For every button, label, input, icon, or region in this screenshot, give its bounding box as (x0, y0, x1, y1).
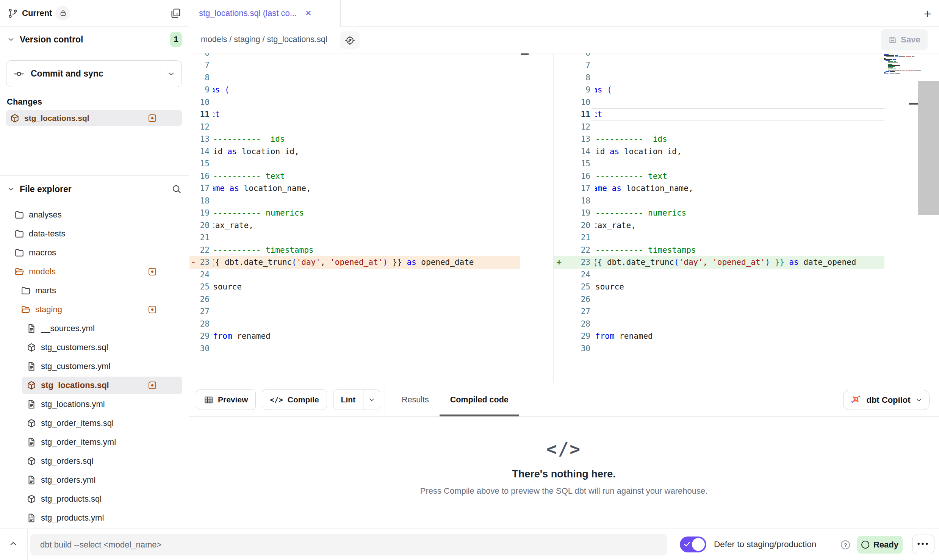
lint-dropdown[interactable] (363, 390, 380, 410)
changes-title: Changes (7, 97, 42, 107)
commit-options-dropdown[interactable] (161, 61, 182, 87)
line-number: 10 (189, 96, 210, 109)
tree-item-stg_locations.yml[interactable]: stg_locations.yml (0, 395, 189, 414)
line-number: 30 (189, 343, 210, 355)
version-control-section-header[interactable]: Version control 1 (0, 30, 189, 49)
breadcrumb[interactable]: models / staging / stg_locations.sql (201, 35, 327, 44)
code-line-20: 20tax_rate, (554, 219, 884, 232)
tab-stg-locations-sql[interactable]: stg_locations.sql (last co... ✕ (189, 0, 341, 27)
code-line-25: 25source (189, 281, 520, 293)
help-icon[interactable]: ? (841, 540, 850, 549)
branch-name: Current (22, 8, 52, 18)
tree-item-stg_customers.yml[interactable]: stg_customers.yml (0, 357, 189, 376)
line-number: 6 (189, 53, 210, 59)
scrollbar-thumb[interactable] (918, 81, 939, 215)
tree-item-label: stg_customers.yml (41, 361, 110, 371)
tree-item-marts[interactable]: marts (0, 281, 189, 300)
search-icon[interactable] (171, 184, 182, 194)
preview-button[interactable]: Preview (196, 389, 256, 410)
tree-item-analyses[interactable]: analyses (0, 205, 189, 224)
branch-selector[interactable]: Current (0, 0, 189, 27)
save-button[interactable]: Save (881, 29, 928, 50)
changed-file-row[interactable]: stg_locations.sql (6, 110, 182, 126)
code-line-7: 7 (554, 59, 884, 72)
tree-item-__sources.yml[interactable]: __sources.yml (0, 319, 189, 338)
new-tab-button[interactable]: + (919, 5, 936, 22)
tree-item-stg_orders.yml[interactable]: stg_orders.yml (0, 471, 189, 490)
status-ring-icon (861, 541, 869, 549)
code-line-17: 17ame as location_name, (189, 182, 520, 195)
defer-toggle[interactable] (680, 537, 706, 552)
code-line-21: 21 (189, 232, 520, 244)
breadcrumb-bar: models / staging / stg_locations.sql Sav… (189, 27, 939, 53)
vertical-scrollbar[interactable] (918, 53, 939, 383)
line-number: 10 (554, 96, 590, 109)
code-line-19: 19---------- numerics (554, 207, 884, 219)
line-number: 13 (554, 133, 590, 145)
tree-item-label: analyses (29, 210, 62, 220)
status-ready-pill[interactable]: Ready (857, 536, 903, 554)
changes-count-badge: 1 (170, 32, 182, 47)
command-input[interactable]: dbt build --select <model_name> (30, 534, 667, 555)
line-number: 21 (554, 232, 590, 244)
minimap[interactable] (884, 54, 909, 75)
line-number: 26 (554, 293, 590, 306)
chevron-up-icon[interactable] (8, 539, 18, 549)
tree-item-stg_orders.sql[interactable]: stg_orders.sql (0, 452, 189, 471)
tree-item-data-tests[interactable]: data-tests (0, 224, 189, 243)
lock-icon (56, 6, 70, 20)
tab-results[interactable]: Results (402, 383, 429, 416)
code-line-9: 9as ( (554, 84, 884, 96)
tree-item-models[interactable]: models (0, 262, 189, 281)
code-line-26: 26 (554, 293, 884, 306)
cube-icon (10, 113, 20, 123)
code-icon: </> (270, 396, 283, 404)
line-number: 28 (189, 318, 210, 330)
code-line-19: 19---------- numerics (189, 207, 520, 219)
line-number: 29 (554, 330, 590, 343)
overview-ruler-right (909, 53, 919, 383)
code-line-8: 8 (189, 72, 520, 84)
code-line-18: 18 (189, 195, 520, 207)
tree-item-stg_customers.sql[interactable]: stg_customers.sql (0, 338, 189, 357)
modified-badge (149, 382, 156, 389)
code-line-13: 13---------- ids (554, 133, 884, 145)
save-icon (888, 36, 897, 44)
tree-item-stg_order_items.yml[interactable]: stg_order_items.yml (0, 433, 189, 452)
lint-button[interactable]: Lint (333, 390, 363, 410)
copy-icon[interactable] (170, 8, 181, 19)
tree-item-macros[interactable]: macros (0, 243, 189, 262)
line-number: 16 (554, 170, 590, 183)
more-options-button[interactable]: ●●● (912, 535, 934, 554)
line-number: 9 (554, 84, 590, 96)
file-icon (27, 513, 36, 523)
tree-item-stg_order_items.sql[interactable]: stg_order_items.sql (0, 414, 189, 433)
line-number: 19 (554, 207, 590, 219)
navigate-button[interactable] (340, 31, 360, 49)
tab-compiled-code[interactable]: Compiled code (450, 383, 509, 416)
diff-pane-original[interactable]: 6789as (1011ct1213---------- ids14id as … (189, 53, 520, 383)
line-number: 27 (189, 305, 210, 318)
line-number: 11 (554, 108, 590, 121)
line-number: 12 (554, 121, 590, 133)
line-number: 20 (554, 219, 590, 232)
line-number: 14 (554, 145, 590, 158)
tree-item-stg_products.yml[interactable]: stg_products.yml (0, 508, 189, 527)
tree-item-stg_products.sql[interactable]: stg_products.sql (0, 490, 189, 508)
diff-pane-modified[interactable]: 6789as (1011ct1213---------- ids14id as … (553, 53, 884, 383)
tree-item-staging[interactable]: staging (0, 300, 189, 319)
line-number: 18 (189, 195, 210, 207)
tree-item-label: staging (35, 305, 62, 314)
tree-item-stg_locations.sql[interactable]: stg_locations.sql (0, 376, 189, 395)
file-explorer-section-header[interactable]: File explorer (0, 178, 189, 200)
tree-item-label: stg_products.yml (41, 513, 104, 523)
dbt-copilot-button[interactable]: dbt Copilot (843, 390, 930, 410)
line-number: 23 (554, 256, 590, 269)
line-number: 24 (554, 269, 590, 281)
close-icon[interactable]: ✕ (305, 9, 312, 18)
tree-item-label: data-tests (29, 229, 66, 239)
code-line-16: 16---------- text (189, 170, 520, 183)
compile-button[interactable]: </> Compile (262, 389, 327, 410)
line-number: 26 (189, 293, 210, 306)
commit-and-sync-button[interactable]: Commit and sync (6, 60, 182, 87)
